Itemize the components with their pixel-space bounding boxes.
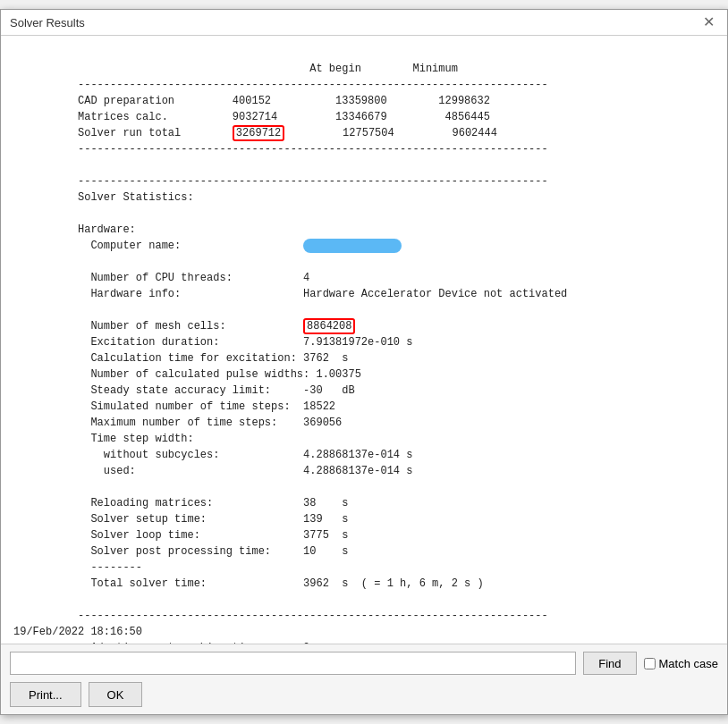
highlight-mesh-cells: 8864208 [303, 318, 355, 334]
highlight-solver-run-total: 3269712 [233, 125, 284, 141]
match-case-label[interactable]: Match case [644, 657, 718, 670]
computer-name-blurred [303, 239, 402, 253]
print-button[interactable]: Print... [10, 682, 81, 707]
close-button[interactable]: ✕ [699, 15, 718, 29]
action-row: Print... OK [10, 682, 718, 707]
solver-results-window: Solver Results ✕ At begin Minimum ------… [0, 9, 728, 715]
find-row: Find Match case [10, 652, 718, 675]
find-button[interactable]: Find [583, 652, 636, 675]
results-text[interactable]: At begin Minimum -----------------------… [1, 36, 727, 644]
find-input[interactable] [10, 652, 576, 675]
window-title: Solver Results [10, 16, 85, 29]
content-area: At begin Minimum -----------------------… [1, 36, 727, 644]
ok-button[interactable]: OK [89, 682, 143, 707]
bottom-bar: Find Match case Print... OK [1, 644, 727, 714]
match-case-checkbox[interactable] [644, 658, 656, 669]
match-case-text: Match case [659, 657, 718, 670]
title-bar: Solver Results ✕ [1, 10, 727, 36]
